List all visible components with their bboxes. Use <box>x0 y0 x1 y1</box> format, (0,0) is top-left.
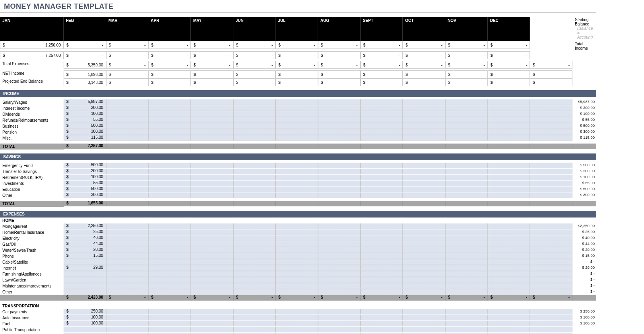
data-cell[interactable] <box>275 105 318 111</box>
data-cell[interactable]: $100.00 <box>64 175 106 180</box>
summary-cell[interactable]: $1,898.00 <box>64 70 106 78</box>
data-cell[interactable] <box>275 247 318 253</box>
summary-cell[interactable]: $- <box>191 41 233 49</box>
summary-cell[interactable]: $1,250.00 <box>0 41 64 49</box>
data-cell[interactable] <box>191 253 233 259</box>
summary-cell[interactable]: $- <box>106 78 149 86</box>
data-cell[interactable] <box>445 175 488 180</box>
data-cell[interactable] <box>361 229 403 235</box>
data-cell[interactable] <box>191 259 233 265</box>
data-cell[interactable] <box>530 309 572 315</box>
data-cell[interactable] <box>445 169 488 174</box>
data-cell[interactable] <box>275 253 318 259</box>
data-cell[interactable] <box>233 289 276 295</box>
data-cell[interactable] <box>191 321 233 326</box>
summary-cell[interactable]: $- <box>403 61 445 69</box>
data-cell[interactable] <box>275 99 318 105</box>
data-cell[interactable] <box>275 192 318 198</box>
data-cell[interactable] <box>148 123 191 129</box>
data-cell[interactable] <box>148 259 191 265</box>
data-cell[interactable] <box>106 229 149 235</box>
data-cell[interactable] <box>403 129 445 135</box>
summary-cell[interactable]: $- <box>191 70 233 78</box>
data-cell[interactable] <box>445 309 488 315</box>
data-cell[interactable]: $44.00 <box>64 241 106 247</box>
data-cell[interactable] <box>233 271 276 277</box>
data-cell[interactable] <box>275 271 318 277</box>
data-cell[interactable] <box>191 181 233 186</box>
data-cell[interactable] <box>403 135 445 141</box>
data-cell[interactable]: $500.00 <box>64 123 106 129</box>
data-cell[interactable] <box>106 186 149 192</box>
data-cell[interactable] <box>191 265 233 271</box>
data-cell[interactable] <box>361 259 403 265</box>
data-cell[interactable] <box>233 309 276 315</box>
data-cell[interactable] <box>148 175 191 180</box>
data-cell[interactable] <box>488 186 530 192</box>
data-cell[interactable] <box>191 105 233 111</box>
data-cell[interactable] <box>191 235 233 241</box>
data-cell[interactable] <box>403 186 445 192</box>
summary-cell[interactable]: $- <box>233 78 276 86</box>
data-cell[interactable] <box>403 241 445 247</box>
summary-cell[interactable]: $- <box>488 70 530 78</box>
data-cell[interactable] <box>488 175 530 180</box>
data-cell[interactable] <box>233 111 276 117</box>
data-cell[interactable] <box>106 169 149 174</box>
data-cell[interactable] <box>361 117 403 123</box>
data-cell[interactable] <box>106 181 149 186</box>
data-cell[interactable] <box>191 186 233 192</box>
data-cell[interactable] <box>361 277 403 283</box>
data-cell[interactable] <box>403 229 445 235</box>
data-cell[interactable] <box>64 289 106 295</box>
data-cell[interactable]: $25.00 <box>64 229 106 235</box>
data-cell[interactable] <box>318 169 361 174</box>
data-cell[interactable] <box>148 223 191 229</box>
data-cell[interactable] <box>403 289 445 295</box>
data-cell[interactable]: $200.00 <box>64 169 106 174</box>
data-cell[interactable] <box>361 283 403 289</box>
data-cell[interactable] <box>403 235 445 241</box>
data-cell[interactable] <box>64 327 106 332</box>
data-cell[interactable] <box>445 253 488 259</box>
data-cell[interactable] <box>318 117 361 123</box>
data-cell[interactable]: $55.00 <box>64 181 106 186</box>
data-cell[interactable] <box>275 289 318 295</box>
summary-cell[interactable]: $- <box>106 41 149 49</box>
summary-cell[interactable]: $- <box>106 61 149 69</box>
data-cell[interactable] <box>191 175 233 180</box>
data-cell[interactable] <box>488 247 530 253</box>
data-cell[interactable] <box>275 181 318 186</box>
data-cell[interactable] <box>275 186 318 192</box>
data-cell[interactable] <box>361 321 403 326</box>
summary-cell[interactable]: $- <box>318 70 361 78</box>
data-cell[interactable] <box>445 265 488 271</box>
data-cell[interactable] <box>403 181 445 186</box>
data-cell[interactable] <box>530 111 572 117</box>
data-cell[interactable] <box>64 259 106 265</box>
data-cell[interactable] <box>361 241 403 247</box>
data-cell[interactable] <box>148 241 191 247</box>
data-cell[interactable] <box>318 277 361 283</box>
data-cell[interactable] <box>318 229 361 235</box>
data-cell[interactable] <box>148 271 191 277</box>
summary-cell[interactable]: $- <box>488 51 530 59</box>
data-cell[interactable] <box>148 117 191 123</box>
summary-cell[interactable]: $3,148.00 <box>64 78 106 86</box>
data-cell[interactable] <box>445 283 488 289</box>
data-cell[interactable] <box>361 163 403 168</box>
data-cell[interactable] <box>106 129 149 135</box>
data-cell[interactable] <box>318 315 361 320</box>
summary-cell[interactable]: $5,359.00 <box>64 61 106 69</box>
data-cell[interactable] <box>318 192 361 198</box>
data-cell[interactable] <box>530 163 572 168</box>
data-cell[interactable] <box>233 175 276 180</box>
data-cell[interactable] <box>488 117 530 123</box>
data-cell[interactable] <box>488 169 530 174</box>
summary-cell[interactable]: $- <box>64 51 106 59</box>
data-cell[interactable] <box>403 253 445 259</box>
data-cell[interactable] <box>148 192 191 198</box>
data-cell[interactable] <box>148 247 191 253</box>
data-cell[interactable] <box>403 123 445 129</box>
data-cell[interactable] <box>275 265 318 271</box>
